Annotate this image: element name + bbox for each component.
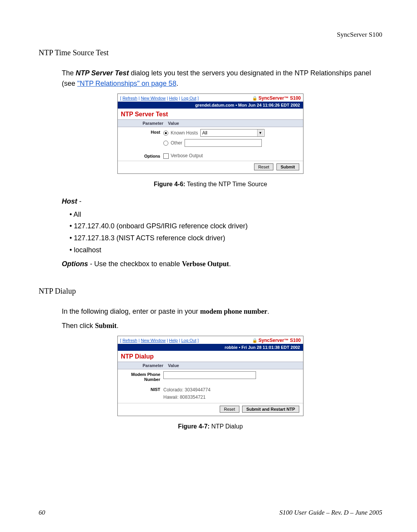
text: . [117, 322, 119, 330]
link-new-window[interactable]: New Window [141, 338, 166, 343]
input-modem-phone[interactable] [163, 371, 256, 379]
col-parameter: Parameter [118, 362, 166, 369]
modem-phone-number-label: modem phone number [200, 308, 267, 315]
dialog-top-links: [ Refresh | New Window | Help | Log Out … [120, 96, 199, 100]
figure-text: Testing the NTP Time Source [185, 181, 267, 187]
text: . [267, 308, 269, 315]
panel-title: NTP Server Test [118, 109, 303, 119]
link-ntp-relationships[interactable]: "NTP Relationships" on page 58 [77, 80, 176, 87]
dropdown-known-hosts[interactable]: All [200, 129, 264, 137]
intro-paragraph-1: The NTP Server Test dialog lets you test… [62, 68, 382, 89]
reset-button[interactable]: Reset [254, 163, 274, 170]
label-known-hosts: Known Hosts [171, 130, 198, 136]
lock-icon: 🔒 [252, 96, 258, 101]
row-label-host: Host [118, 129, 163, 149]
dialog-ntp-dialup: [ Refresh | New Window | Help | Log Out … [117, 336, 303, 416]
section-title-ntp-source: NTP Time Source Test [39, 48, 382, 57]
row-label-modem: Modem Phone Number [118, 371, 163, 382]
table-header: Parameter Value [118, 119, 303, 127]
list-item: 127.127.18.3 (NIST ACTS reference clock … [70, 232, 382, 244]
panel-title: NTP Dialup [118, 351, 303, 362]
text: - Use the checkbox to enable [88, 260, 182, 268]
list-item: localhost [70, 244, 382, 256]
link-new-window[interactable]: New Window [141, 96, 166, 100]
verbose-output-label: Verbose Output [182, 260, 229, 268]
dialog-top-links: [ Refresh | New Window | Help | Log Out … [120, 338, 199, 343]
status-bar: grendel.datum.com • Mon Jun 24 11:06:26 … [118, 102, 303, 109]
options-label: Options [62, 260, 88, 268]
nist-colorado: Colorado: 3034944774 [163, 386, 303, 394]
ntp-server-test-label: NTP Server Test [76, 69, 129, 77]
figure-label: Figure 4-6: [154, 181, 185, 187]
text: . [229, 260, 231, 268]
text: . [176, 80, 178, 87]
page-number: 60 [39, 509, 45, 517]
host-list: All 127.127.40.0 (onboard GPS/IRIG refer… [70, 209, 382, 256]
link-help[interactable]: Help [169, 338, 178, 343]
submit-label: Submit [95, 322, 117, 330]
intro-paragraph-2: In the following dialog, enter or paste … [62, 306, 382, 317]
input-other-host[interactable] [185, 139, 262, 147]
figure-text: NTP Dialup [210, 423, 243, 430]
table-header: Parameter Value [118, 362, 303, 369]
figure-caption-4-6: Figure 4-6: Testing the NTP Time Source [39, 181, 382, 188]
link-help[interactable]: Help [169, 96, 178, 100]
dialog-ntp-server-test: [ Refresh | New Window | Help | Log Out … [117, 93, 303, 174]
submit-restart-button[interactable]: Submit and Restart NTP [242, 406, 299, 413]
figure-label: Figure 4-7: [178, 423, 210, 430]
list-item: All [70, 209, 382, 221]
text: Then click [62, 322, 95, 330]
footer-doc-info: S100 User Guide – Rev. D – June 2005 [280, 509, 382, 517]
label-verbose: Verbose Output [171, 153, 203, 158]
radio-known-hosts[interactable] [163, 131, 168, 136]
list-item: 127.127.40.0 (onboard GPS/IRIG reference… [70, 220, 382, 232]
text: The [62, 69, 76, 77]
col-value: Value [166, 362, 303, 369]
brand-label: 🔒SyncServer™ S100 [252, 95, 301, 101]
row-label-options: Options [118, 153, 163, 159]
reset-button[interactable]: Reset [220, 406, 239, 413]
section-title-ntp-dialup: NTP Dialup [39, 287, 382, 296]
host-label: Host [62, 197, 77, 205]
nist-hawaii: Hawaii: 8083354721 [163, 394, 303, 401]
brand-text: SyncServer™ S100 [259, 338, 301, 343]
link-logout[interactable]: Log Out [181, 338, 196, 343]
lock-icon: 🔒 [252, 338, 258, 343]
label-other: Other [171, 140, 182, 146]
figure-caption-4-7: Figure 4-7: NTP Dialup [39, 423, 382, 430]
intro-paragraph-2b: Then click Submit. [62, 321, 382, 331]
host-heading: Host - [62, 197, 382, 206]
brand-label: 🔒SyncServer™ S100 [252, 338, 301, 343]
row-label-nist: NIST [118, 386, 163, 401]
text: - [77, 197, 81, 205]
checkbox-verbose[interactable] [163, 153, 169, 159]
link-logout[interactable]: Log Out [181, 96, 196, 100]
radio-other[interactable] [163, 141, 168, 146]
page-header-right: SyncServer S100 [39, 31, 382, 39]
link-refresh[interactable]: Refresh [122, 96, 137, 100]
col-value: Value [166, 120, 303, 127]
col-parameter: Parameter [118, 120, 166, 127]
link-refresh[interactable]: Refresh [122, 338, 137, 343]
options-line: Options - Use the checkbox to enable Ver… [62, 259, 382, 269]
text: In the following dialog, enter or paste … [62, 308, 200, 315]
submit-button[interactable]: Submit [276, 163, 299, 170]
brand-text: SyncServer™ S100 [259, 95, 301, 101]
status-bar: robbie • Fri Jun 28 11:01:38 EDT 2002 [118, 344, 303, 351]
